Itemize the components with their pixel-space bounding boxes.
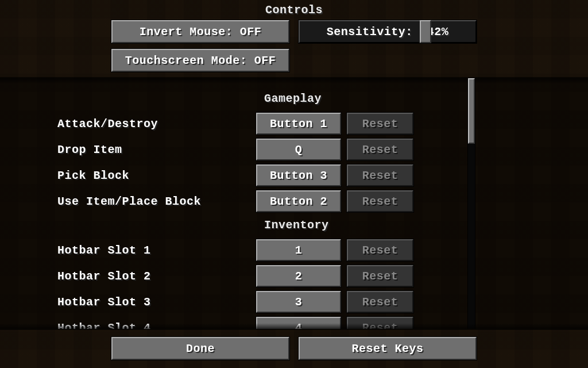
keybind-button[interactable]: Button 2: [256, 190, 341, 212]
binding-row: Hotbar Slot 22Reset: [0, 264, 588, 288]
reset-button: Reset: [347, 190, 413, 212]
category-header: Inventory: [0, 218, 588, 232]
keybind-button[interactable]: 3: [256, 291, 341, 313]
touchscreen-mode-button[interactable]: Touchscreen Mode: OFF: [111, 49, 289, 72]
binding-row: Use Item/Place BlockButton 2Reset: [0, 190, 588, 213]
binding-label: Drop Item: [57, 143, 256, 156]
reset-button: Reset: [347, 265, 413, 287]
binding-row: Drop ItemQReset: [0, 138, 588, 161]
top-options: Invert Mouse: OFF Sensitivity: 142% Touc…: [0, 20, 588, 72]
reset-button: Reset: [347, 139, 413, 160]
binding-label: Attack/Destroy: [57, 117, 256, 131]
controls-screen: Controls Invert Mouse: OFF Sensitivity: …: [0, 0, 588, 368]
binding-label: Hotbar Slot 4: [57, 321, 256, 329]
footer: Done Reset Keys: [0, 337, 588, 360]
reset-button: Reset: [347, 164, 413, 186]
keybind-button[interactable]: Button 1: [256, 113, 341, 135]
sensitivity-slider[interactable]: Sensitivity: 142%: [299, 20, 477, 43]
invert-mouse-button[interactable]: Invert Mouse: OFF: [111, 20, 289, 43]
binding-row: Hotbar Slot 33Reset: [0, 290, 588, 313]
binding-label: Hotbar Slot 3: [57, 296, 256, 309]
keybind-button[interactable]: Button 3: [256, 164, 341, 186]
binding-label: Hotbar Slot 1: [57, 244, 256, 257]
sensitivity-slider-knob[interactable]: [420, 20, 431, 43]
reset-button: Reset: [347, 317, 413, 329]
scrollbar-thumb[interactable]: [468, 78, 475, 144]
reset-button: Reset: [347, 113, 413, 135]
binding-label: Use Item/Place Block: [57, 195, 256, 208]
keybind-button[interactable]: 1: [256, 239, 341, 261]
binding-row: Attack/DestroyButton 1Reset: [0, 112, 588, 135]
reset-button: Reset: [347, 239, 413, 261]
keybind-list-panel: GameplayAttack/DestroyButton 1ResetDrop …: [0, 78, 588, 329]
binding-row: Hotbar Slot 44Reset: [0, 316, 588, 329]
reset-keys-button[interactable]: Reset Keys: [299, 337, 477, 360]
page-title: Controls: [0, 0, 588, 17]
keybind-button[interactable]: 2: [256, 265, 341, 287]
reset-button: Reset: [347, 291, 413, 313]
category: InventoryHotbar Slot 11ResetHotbar Slot …: [0, 218, 588, 329]
keybind-button[interactable]: 4: [256, 317, 341, 329]
binding-label: Pick Block: [57, 169, 256, 182]
category-header: Gameplay: [0, 92, 588, 105]
scrollbar[interactable]: [467, 78, 475, 329]
category: GameplayAttack/DestroyButton 1ResetDrop …: [0, 92, 588, 213]
binding-row: Hotbar Slot 11Reset: [0, 239, 588, 262]
done-button[interactable]: Done: [111, 337, 289, 360]
keybind-button[interactable]: Q: [256, 139, 341, 160]
binding-label: Hotbar Slot 2: [57, 270, 256, 283]
binding-row: Pick BlockButton 3Reset: [0, 164, 588, 187]
